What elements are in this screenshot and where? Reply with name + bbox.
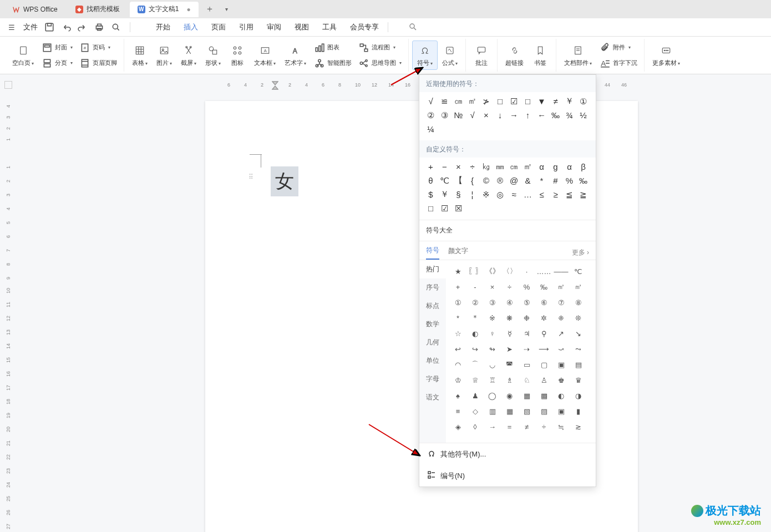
symbol-cell[interactable]: ·: [518, 264, 535, 279]
symbol-cell[interactable]: ⚲: [535, 326, 552, 341]
symbol-category[interactable]: 序号: [419, 278, 446, 297]
symbol-cell[interactable]: §: [452, 188, 465, 201]
symbol-cell[interactable]: √: [424, 94, 438, 108]
symbol-category[interactable]: 数学: [419, 315, 446, 333]
symbol-cell[interactable]: β: [576, 160, 590, 174]
symbol-cell[interactable]: ↓: [493, 108, 507, 122]
symbol-cell[interactable]: ☑: [438, 201, 452, 215]
symbol-cell[interactable]: ☆: [449, 326, 466, 341]
symbol-cell[interactable]: ㎡: [465, 94, 479, 108]
symbol-cell[interactable]: ♀: [484, 326, 501, 341]
symbol-category[interactable]: 几何: [419, 333, 446, 352]
cover-button[interactable]: 封面▾: [38, 40, 76, 55]
save-icon[interactable]: [44, 22, 54, 32]
flowchart-button[interactable]: 流程图▾: [355, 40, 405, 55]
vertical-ruler[interactable]: 4321 1234 5678 9101112 13141516 17181920…: [4, 97, 13, 526]
symbol-cell[interactable]: ▥: [484, 403, 501, 419]
tab-menu-button[interactable]: ▾: [221, 6, 232, 12]
tab-page[interactable]: 页面: [211, 19, 226, 36]
symbol-cell[interactable]: ◯: [484, 388, 501, 403]
symbol-cell[interactable]: ➤: [501, 341, 518, 357]
symbol-cell[interactable]: ③: [438, 108, 452, 122]
redo-icon[interactable]: [78, 22, 88, 32]
symbol-cell[interactable]: ≡: [449, 403, 466, 419]
symbol-cell[interactable]: ⤳: [570, 341, 587, 357]
symbol-cell[interactable]: ≠: [549, 94, 562, 108]
symbol-cell[interactable]: #: [549, 174, 562, 188]
symbol-cell[interactable]: @: [507, 174, 521, 188]
symbol-category[interactable]: 语文: [419, 388, 446, 407]
symbol-cell[interactable]: ◊: [466, 419, 484, 434]
symbol-cell[interactable]: →: [507, 108, 521, 122]
wordart-button[interactable]: A艺术字▾: [280, 41, 311, 69]
symbol-cell[interactable]: 【: [452, 174, 465, 188]
print-preview-icon[interactable]: [111, 22, 121, 32]
indent-marker-icon[interactable]: [272, 81, 278, 92]
symbol-cell[interactable]: ≤: [535, 188, 549, 201]
symbol-cell[interactable]: ￥: [438, 188, 452, 201]
symbol-cell[interactable]: ㎡: [521, 160, 535, 174]
symbol-cell[interactable]: ①: [449, 295, 466, 310]
symbol-cell[interactable]: ◇: [466, 403, 484, 419]
symbol-cell[interactable]: g: [549, 160, 562, 174]
bookmark-button[interactable]: 书签: [528, 41, 552, 69]
symbol-cell[interactable]: ♕: [466, 372, 484, 388]
symbol-cell[interactable]: ㎡: [552, 279, 570, 295]
symbol-cell[interactable]: ⑦: [552, 295, 570, 310]
symbol-cell[interactable]: ▦: [518, 388, 535, 403]
symbol-category[interactable]: 字母: [419, 370, 446, 388]
symbol-cell[interactable]: ◉: [501, 388, 518, 403]
symbol-category[interactable]: 单位: [419, 352, 446, 370]
tab-view[interactable]: 视图: [295, 19, 309, 36]
search-icon[interactable]: [408, 22, 417, 33]
comment-button[interactable]: 批注: [469, 41, 494, 69]
header-footer-button[interactable]: 页眉页脚: [76, 56, 120, 70]
symbol-cell[interactable]: ▢: [535, 357, 552, 372]
selected-text[interactable]: 女: [271, 166, 298, 196]
symbol-cell[interactable]: ◈: [449, 419, 466, 434]
tab-review[interactable]: 审阅: [267, 19, 281, 36]
symbol-cell[interactable]: ⑤: [518, 295, 535, 310]
symbol-cell[interactable]: α: [562, 160, 576, 174]
hyperlink-button[interactable]: 超链接: [501, 41, 528, 69]
attachment-button[interactable]: 附件▾: [596, 40, 641, 55]
symbol-cell[interactable]: ℃: [570, 264, 587, 279]
symbol-cell[interactable]: №: [452, 108, 465, 122]
doc-parts-button[interactable]: 文档部件▾: [560, 41, 596, 69]
symbol-cell[interactable]: ↬: [484, 341, 501, 357]
symbol-cell[interactable]: {: [465, 174, 479, 188]
symbol-cell[interactable]: ❉: [518, 310, 535, 326]
symbol-cell[interactable]: =: [501, 419, 518, 434]
symbol-cell[interactable]: ≌: [438, 94, 452, 108]
symbol-cell[interactable]: $: [424, 188, 438, 201]
symbol-cell[interactable]: ≦: [562, 188, 576, 201]
symbol-cell[interactable]: ▣: [552, 357, 570, 372]
symbol-cell[interactable]: ——: [552, 264, 570, 279]
more-assets-button[interactable]: 更多素材▾: [648, 41, 684, 69]
symbol-cell[interactable]: ÷: [501, 279, 518, 295]
symbol-cell[interactable]: ×: [484, 279, 501, 295]
symbol-cell[interactable]: ◠: [449, 357, 466, 372]
symbol-cell[interactable]: ◑: [570, 388, 587, 403]
symbol-category[interactable]: 热门: [419, 260, 446, 278]
symbol-cell[interactable]: -: [466, 279, 484, 295]
tab-wps-home[interactable]: WPS Office: [4, 2, 65, 17]
symbol-cell[interactable]: ◚: [501, 357, 518, 372]
symbol-cell[interactable]: ▣: [552, 403, 570, 419]
symbol-cell[interactable]: ♘: [518, 372, 535, 388]
symbol-cell[interactable]: ㎥: [570, 279, 587, 295]
symbol-cell[interactable]: ②: [466, 295, 484, 310]
page-number-button[interactable]: #页码▾: [76, 40, 120, 55]
symbol-cell[interactable]: ®: [493, 174, 507, 188]
symbol-cell[interactable]: θ: [424, 174, 438, 188]
symbol-cell[interactable]: ♚: [552, 372, 570, 388]
symbol-cell[interactable]: *: [449, 310, 466, 326]
symbol-cell[interactable]: ÷: [535, 419, 552, 434]
symbol-cell[interactable]: ≒: [552, 419, 570, 434]
symbol-cell[interactable]: ㎏: [479, 160, 493, 174]
symbol-cell[interactable]: ★: [449, 264, 466, 279]
symbol-cell[interactable]: ⌒: [466, 357, 484, 372]
symbol-cell[interactable]: ▨: [535, 403, 552, 419]
symbol-cell[interactable]: ①: [576, 94, 590, 108]
symbol-cell[interactable]: ©: [479, 174, 493, 188]
